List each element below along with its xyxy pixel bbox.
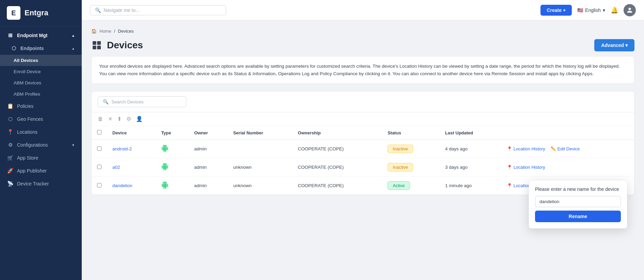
sidebar-item-abm-profiles[interactable]: ABM Profiles [0, 88, 82, 100]
page-title-text: Devices [107, 40, 143, 51]
advanced-button[interactable]: Advanced ▾ [594, 39, 634, 51]
row-last-updated: 3 days ago [440, 158, 501, 177]
col-owner: Owner [189, 126, 228, 140]
search-icon: 🔍 [103, 99, 109, 104]
app-store-icon: 🛒 [7, 155, 14, 161]
sidebar-item-app-store[interactable]: 🛒 App Store [0, 151, 82, 164]
table-row: android-2 admin COOPERATE (COPE) Inactiv… [92, 140, 634, 158]
col-actions [501, 126, 634, 140]
settings-icon[interactable]: ⚙ [126, 116, 131, 122]
select-all-checkbox[interactable] [97, 130, 101, 134]
row-last-updated: 1 minute ago [440, 177, 501, 195]
row-ownership: COOPERATE (COPE) [293, 177, 382, 195]
sidebar-item-label: ABM Profiles [14, 92, 40, 97]
sidebar-item-label: Endpoints [20, 46, 44, 51]
breadcrumb-home[interactable]: Home [99, 29, 111, 34]
sidebar-item-endpoints[interactable]: ⬡ Endpoints ▲ [0, 42, 82, 55]
logo-icon: E [7, 6, 20, 20]
table-header-row: Device Type Owner Serial Number Ownershi… [92, 126, 634, 140]
col-status: Status [382, 126, 440, 140]
avatar[interactable] [624, 4, 636, 16]
sidebar-item-abm-devices[interactable]: ABM Devices [0, 77, 82, 88]
edit-icon: ✏️ [551, 146, 556, 151]
close-icon[interactable]: ✕ [108, 116, 112, 122]
rename-button[interactable]: Rename [535, 211, 621, 222]
create-button[interactable]: Create + [540, 5, 572, 16]
row-status: Inactive [382, 140, 440, 158]
device-link[interactable]: dandelion [112, 183, 132, 188]
row-ownership: COOPERATE (COPE) [293, 158, 382, 177]
col-ownership: Ownership [293, 126, 382, 140]
row-status: Inactive [382, 158, 440, 177]
user-icon[interactable]: 👤 [136, 116, 143, 122]
row-actions: 📍 Location History ✏️ Edit Device [501, 140, 634, 158]
notifications-icon[interactable]: 🔔 [611, 6, 618, 14]
row-status: Active [382, 177, 440, 195]
language-selector[interactable]: 🇺🇸 English ▾ [577, 7, 605, 13]
search-placeholder: Search Devices [111, 99, 144, 104]
rename-input[interactable] [535, 196, 621, 207]
page-content: 🏠 Home / Devices Devices Advanced ▾ [82, 20, 644, 280]
sidebar-item-label: ABM Devices [14, 80, 41, 85]
sidebar-item-label: Device Tracker [17, 181, 49, 186]
chevron-up-icon: ▲ [72, 34, 75, 37]
chevron-down-icon: ▼ [72, 143, 75, 147]
breadcrumb-current: Devices [118, 29, 133, 34]
row-select-checkbox[interactable] [97, 146, 101, 151]
sidebar-item-geo-fences[interactable]: ⬡ Geo Fences [0, 113, 82, 126]
android-icon [161, 163, 169, 170]
sidebar-item-policies[interactable]: 📋 Policies [0, 100, 82, 113]
delete-icon[interactable]: 🗑 [98, 116, 103, 122]
row-type [156, 177, 189, 195]
sidebar-item-label: Locations [17, 129, 37, 135]
chevron-up-icon: ▲ [72, 47, 75, 50]
row-checkbox[interactable] [92, 158, 107, 177]
sidebar-item-label: All Devices [14, 58, 38, 63]
sidebar-item-label: App Store [17, 155, 38, 161]
location-pin-icon: 📍 [507, 146, 512, 151]
sidebar-item-all-devices[interactable]: All Devices [0, 55, 82, 66]
user-group-icon[interactable]: ⬆ [117, 116, 122, 122]
col-type: Type [156, 126, 189, 140]
row-select-checkbox[interactable] [97, 165, 101, 169]
sidebar-item-device-tracker[interactable]: 📡 Device Tracker [0, 177, 82, 190]
edit-device-link[interactable]: ✏️ Edit Device [551, 146, 580, 151]
sidebar-item-endpoint-mgt[interactable]: ⊞ Endpoint Mgt ▲ [0, 29, 82, 42]
status-badge: Active [388, 181, 410, 190]
status-badge: Inactive [388, 145, 413, 153]
search-icon: 🔍 [95, 7, 101, 13]
rename-popup: Please enter a new name for the device R… [529, 180, 627, 229]
location-history-link[interactable]: 📍 Location History [507, 165, 545, 170]
language-label: English [585, 7, 601, 13]
svg-rect-3 [97, 46, 101, 49]
device-tracker-icon: 📡 [7, 181, 14, 187]
row-serial [228, 140, 293, 158]
row-action-links: 📍 Location History ✏️ Edit Device [507, 146, 629, 151]
table-toolbar: 🔍 Search Devices [92, 92, 634, 112]
row-checkbox[interactable] [92, 177, 107, 195]
device-link[interactable]: a02 [112, 165, 120, 170]
devices-search[interactable]: 🔍 Search Devices [98, 96, 186, 107]
location-pin-icon: 📍 [507, 183, 512, 188]
svg-rect-1 [97, 41, 101, 45]
topbar-right: Create + 🇺🇸 English ▾ 🔔 [540, 4, 636, 16]
row-checkbox[interactable] [92, 140, 107, 158]
sidebar-item-enroll-device[interactable]: Enroll Device [0, 66, 82, 77]
sidebar-item-configurations[interactable]: ⚙ Configurations ▼ [0, 138, 82, 151]
android-icon [161, 145, 169, 152]
row-serial: unknown [228, 177, 293, 195]
sidebar-item-app-publisher[interactable]: 🚀 App Publisher [0, 164, 82, 177]
row-device: android-2 [107, 140, 156, 158]
description-text: Your enrolled devices are displayed here… [99, 64, 620, 76]
navigate-search[interactable]: 🔍 Navigate me to... [90, 5, 226, 15]
row-select-checkbox[interactable] [97, 183, 101, 187]
policies-icon: 📋 [7, 103, 14, 109]
device-link[interactable]: android-2 [112, 146, 132, 151]
sidebar-item-locations[interactable]: 📍 Locations [0, 126, 82, 138]
location-history-link[interactable]: 📍 Location History [507, 146, 545, 151]
select-all-header[interactable] [92, 126, 107, 140]
location-icon: 📍 [7, 129, 14, 135]
page-header: Devices Advanced ▾ [91, 39, 634, 51]
geo-fences-icon: ⬡ [7, 116, 14, 122]
flag-icon: 🇺🇸 [577, 7, 583, 13]
